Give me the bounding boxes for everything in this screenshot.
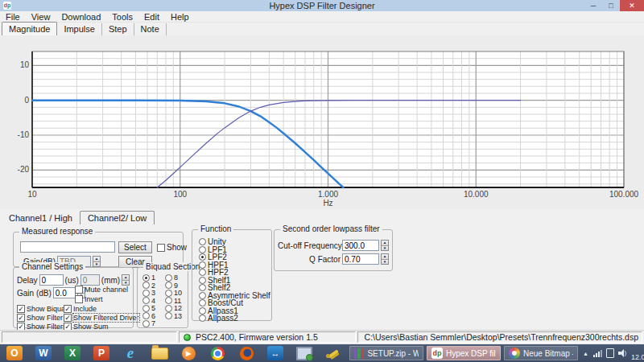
taskbar-icon-file-explorer[interactable] — [145, 344, 174, 362]
system-utility-icon — [296, 347, 312, 360]
clock-time: 18:03 — [631, 345, 644, 353]
chrome-icon — [211, 347, 225, 360]
channel-tab-channel1-high[interactable]: Channel1 / High — [2, 212, 80, 224]
taskbar-clock[interactable]: 18:03 12.06.2015 — [628, 345, 644, 361]
biquad-option-2[interactable]: 2 — [142, 282, 155, 290]
checkbox-label: Show Filter — [27, 314, 63, 322]
biquad-option-4[interactable]: 4 — [142, 297, 155, 305]
channel-gain-input[interactable] — [53, 287, 76, 298]
biquad-option-5[interactable]: 5 — [142, 304, 155, 312]
close-button[interactable]: ✕ — [620, 0, 644, 11]
radio-icon — [165, 297, 172, 304]
radio-icon — [142, 297, 150, 304]
excel-icon: X — [64, 346, 80, 360]
biquad-option-3[interactable]: 3 — [142, 289, 155, 297]
taskbar-icon-system-utility[interactable] — [290, 344, 319, 362]
minimize-button[interactable]: ─ — [584, 0, 602, 11]
delay-mm-input[interactable] — [80, 274, 100, 286]
checkbox-include[interactable]: ✓Include — [64, 305, 97, 313]
file-explorer-icon — [151, 348, 168, 360]
menu-view[interactable]: View — [26, 12, 56, 22]
taskbar-icon-excel[interactable]: X — [58, 344, 87, 362]
radio-label: 12 — [174, 304, 182, 312]
biquad-option-6[interactable]: 6 — [142, 312, 155, 320]
taskbar-icon-keys-utility[interactable] — [319, 344, 348, 362]
checkbox-show-biquad[interactable]: ✓Show Biquad — [17, 305, 69, 313]
biquad-option-11[interactable]: 11 — [165, 297, 181, 305]
taskbar: OWXPe▶↔ SETUP.zip - Wi... dp Hypex DSP f… — [0, 344, 644, 362]
biquad-option-12[interactable]: 12 — [165, 304, 182, 312]
channel-tabs: Channel1 / HighChannel2/ Low — [2, 210, 642, 225]
taskbar-icon-word[interactable]: W — [29, 344, 58, 362]
taskbar-button-hypex[interactable]: dp Hypex DSP filt... — [427, 346, 501, 360]
cutoff-spinner[interactable]: ▲▼ — [381, 240, 389, 251]
show-measured-checkbox[interactable]: Show — [157, 243, 187, 252]
checkbox-invert[interactable]: Invert — [75, 295, 103, 303]
menu-edit[interactable]: Edit — [138, 12, 165, 22]
network-signal-icon[interactable] — [592, 349, 604, 357]
group-title: Measured response — [19, 227, 95, 236]
biquad-option-7[interactable]: 7 — [142, 319, 155, 327]
function-group: Function UnityLPF1LPF2HPF1HPF2Shelf1Shel… — [192, 229, 272, 321]
taskbar-button-setup-zip[interactable]: SETUP.zip - Wi... — [349, 346, 423, 360]
menu-download[interactable]: Download — [56, 12, 106, 22]
radio-label: 4 — [151, 297, 155, 305]
checkbox-icon: ✓ — [17, 314, 25, 322]
taskbar-button-label: Hypex DSP filt... — [446, 349, 496, 358]
measured-gain-spinner[interactable]: ▲▼ — [93, 256, 101, 267]
cutoff-frequency-input[interactable] — [342, 240, 379, 251]
measured-response-input[interactable] — [20, 241, 115, 253]
radio-icon — [142, 312, 150, 319]
tab-impulse[interactable]: Impulse — [57, 23, 102, 35]
taskbar-button-paint[interactable]: Neue Bitmap -... — [504, 346, 578, 360]
radio-label: 8 — [174, 274, 178, 282]
checkbox-icon — [157, 244, 165, 252]
media-player-icon: ▶ — [182, 347, 196, 360]
display-icon[interactable] — [604, 348, 616, 358]
tab-note[interactable]: Note — [134, 23, 167, 35]
app-icon[interactable]: dp — [3, 2, 11, 10]
menu-file[interactable]: File — [0, 12, 26, 22]
show-hidden-icons-chevron[interactable]: ▲ — [580, 351, 592, 356]
taskbar-icon-chrome[interactable] — [203, 344, 232, 362]
menu-help[interactable]: Help — [165, 12, 195, 22]
delay-spinner[interactable]: ▲▼ — [122, 274, 130, 286]
checkbox-show-filtered-driver[interactable]: ✓Show Filtered Driver — [64, 314, 139, 322]
radio-icon — [165, 282, 172, 289]
biquad-option-13[interactable]: 13 — [165, 312, 182, 320]
device-status-text: PSC2.400, Firmware version 1.5 — [196, 332, 318, 342]
delay-us-unit: (us) — [65, 276, 79, 285]
biquad-option-1[interactable]: 1 — [142, 274, 155, 282]
select-button[interactable]: Select — [118, 241, 152, 253]
qfactor-input[interactable] — [342, 253, 379, 265]
volume-icon[interactable]: ) — [616, 349, 628, 357]
qfactor-spinner[interactable]: ▲▼ — [381, 253, 389, 265]
checkbox-icon: ✓ — [64, 314, 72, 322]
taskbar-icon-outlook[interactable]: O — [0, 344, 29, 362]
tab-magnitude[interactable]: Magnitude — [2, 22, 57, 35]
taskbar-icon-firefox[interactable] — [232, 344, 261, 362]
radio-icon — [142, 320, 150, 327]
biquad-option-9[interactable]: 9 — [165, 282, 178, 290]
firefox-icon — [240, 347, 254, 360]
system-tray: ▲ ) 18:03 12.06.2015 — [580, 344, 644, 362]
powerpoint-icon: P — [93, 346, 109, 360]
channel-tab-channel2-low[interactable]: Channel2/ Low — [80, 211, 155, 225]
radio-label: 1 — [151, 274, 155, 282]
menu-tools[interactable]: Tools — [106, 12, 138, 22]
taskbar-icon-internet-explorer[interactable]: e — [116, 344, 145, 362]
cutoff-label: Cut-off Frequency — [278, 241, 341, 250]
delay-us-input[interactable] — [39, 274, 64, 286]
tab-step[interactable]: Step — [102, 23, 134, 35]
taskbar-icon-media-player[interactable]: ▶ — [174, 344, 203, 362]
biquad-option-10[interactable]: 10 — [165, 289, 182, 297]
taskbar-icon-powerpoint[interactable]: P — [87, 344, 116, 362]
biquad-option-8[interactable]: 8 — [165, 274, 178, 282]
function-option-allpass2[interactable]: Allpass2 — [199, 314, 238, 323]
radio-icon — [142, 282, 150, 289]
checkbox-show-filter[interactable]: ✓Show Filter — [17, 314, 63, 322]
window-controls: ─ □ ✕ — [584, 0, 644, 11]
maximize-button[interactable]: □ — [602, 0, 620, 11]
checkbox-mute-channel[interactable]: Mute channel — [75, 286, 128, 294]
taskbar-icon-teamviewer[interactable]: ↔ — [261, 344, 290, 362]
